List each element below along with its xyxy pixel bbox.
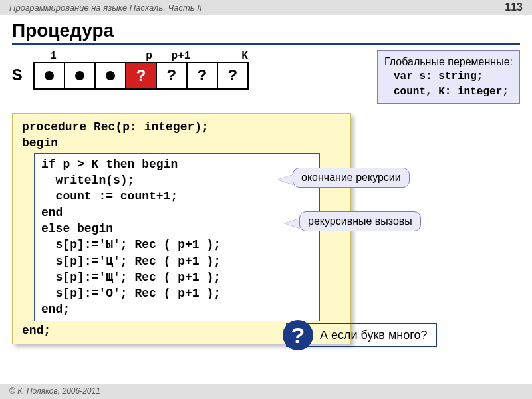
globals-title: Глобальные переменные: — [384, 55, 513, 69]
code-l2: begin — [22, 136, 58, 150]
callout-tail-2 — [285, 218, 301, 229]
top-row: 1 p p+1 K S ? ? ? ? Глобальные переменны… — [12, 50, 520, 104]
idx-p: p — [133, 50, 165, 62]
cell-unknown-3: ? — [217, 62, 249, 90]
header-left: Программирование на языке Паскаль. Часть… — [9, 3, 202, 13]
cell-unknown-2: ? — [186, 62, 218, 90]
array-diagram: 1 p p+1 K S ? ? ? ? — [12, 50, 261, 90]
idx-p1: p+1 — [165, 50, 197, 62]
page-number: 113 — [505, 1, 523, 13]
callout-recursion-end: окончание рекурсии — [293, 168, 410, 188]
page-title: Процедура — [12, 20, 520, 45]
content: Процедура 1 p p+1 K S ? ? ? ? — [0, 15, 532, 344]
question-text: А если букв много? — [320, 326, 436, 345]
idx-K: K — [229, 50, 261, 62]
cell-current-p: ? — [125, 62, 157, 90]
cell-filled-1 — [33, 62, 65, 90]
globals-box: Глобальные переменные: var s: string; co… — [377, 50, 520, 104]
globals-line1: var s: string; — [384, 69, 513, 84]
idx-blank — [69, 50, 101, 62]
idx-blank2 — [101, 50, 133, 62]
cell-filled-3 — [94, 62, 126, 90]
footer: © К. Поляков, 2006-2011 — [0, 384, 532, 399]
code-l1: procedure Rec(p: integer); — [22, 120, 209, 134]
cell-unknown-1: ? — [156, 62, 188, 90]
code-l3: end; — [22, 324, 51, 337]
callout-tail-1 — [278, 174, 294, 185]
code-inner: if p > K then begin writeln(s); count :=… — [34, 153, 320, 321]
idx-1: 1 — [37, 50, 69, 62]
globals-line2: count, K: integer; — [384, 84, 513, 99]
array-name: S — [12, 66, 35, 86]
array-cells: S ? ? ? ? — [12, 62, 261, 90]
idx-blank3 — [197, 50, 229, 62]
header-band: Программирование на языке Паскаль. Часть… — [0, 0, 532, 15]
question-icon: ? — [283, 320, 313, 350]
question-box: ? А если букв много? — [286, 323, 437, 347]
cell-filled-2 — [64, 62, 96, 90]
callout-recursive-calls: рекурсивные вызовы — [299, 211, 421, 231]
array-index-labels: 1 p p+1 K — [37, 50, 261, 62]
